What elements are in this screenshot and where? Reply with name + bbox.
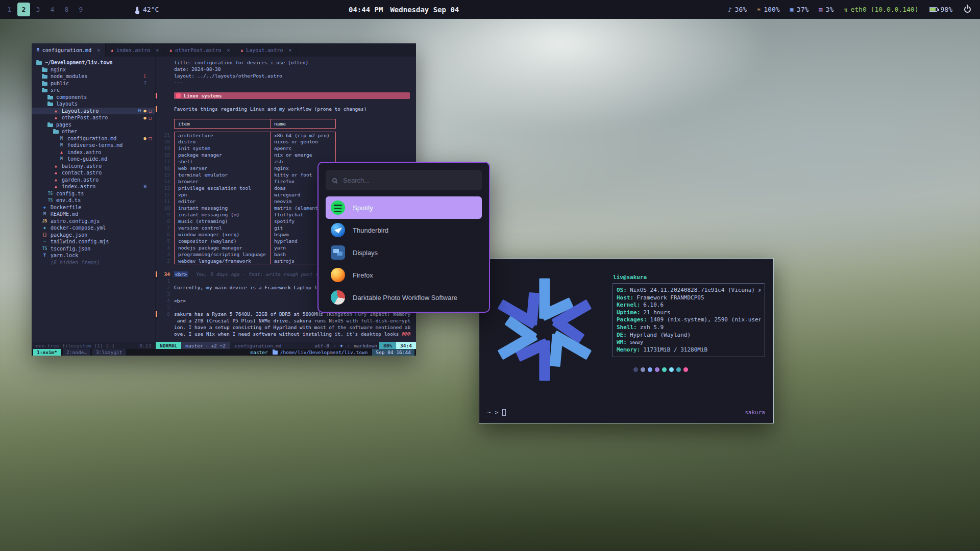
tree-item[interactable]: ◆ Dockerfile [32, 204, 155, 211]
tree-item[interactable]: ~/Development/liv.town [32, 59, 155, 66]
info-value: sway [630, 339, 644, 346]
app-item[interactable]: Thunderbird [326, 219, 482, 241]
tree-item-icon: ▲ [58, 149, 65, 156]
editor-tab[interactable]: ▲ Layout.astro × [235, 43, 297, 57]
workspace-switcher: 1 2 3 4 8 9 [3, 3, 87, 16]
info-value: Framework FRANMDCP05 [636, 294, 704, 302]
tree-item[interactable]: ▲ Layout.astro H ● □ [32, 108, 155, 115]
table-cell-item: window manager (xorg) [175, 231, 271, 238]
tmux-window[interactable]: 1:nvim* [33, 349, 61, 356]
tmux-path: /home/liv/Development/liv.town [273, 349, 368, 355]
tree-item-label: public [51, 81, 69, 86]
tmux-window[interactable]: 3:lazygit [92, 349, 126, 356]
tree-item[interactable]: Y yarn.lock [32, 252, 155, 259]
palette-dot [676, 367, 681, 372]
workspace-button[interactable]: 1 [3, 3, 16, 16]
tree-item[interactable]: TS env.d.ts [32, 197, 155, 204]
tree-item[interactable]: ▲ index.astro H [32, 183, 155, 190]
tree-item[interactable]: public ? [32, 80, 155, 87]
info-row: Memory: 11731MiB / 31280MiB [617, 346, 761, 354]
status-module[interactable]: ☀ 100% [757, 6, 780, 13]
tree-item[interactable]: ~ tailwind.config.mjs [32, 238, 155, 245]
tree-item[interactable]: TS config.ts [32, 190, 155, 197]
tree-item[interactable]: ▲ otherPost.astro ● □ [32, 114, 155, 121]
tmux-branch: master [250, 349, 267, 355]
tree-item[interactable]: layouts [32, 101, 155, 108]
tree-item[interactable]: JS astro.config.mjs [32, 218, 155, 225]
workspace-button[interactable]: 4 [46, 3, 59, 16]
tree-item[interactable]: (6 hidden items) [32, 259, 155, 266]
workspace-button[interactable]: 9 [75, 3, 87, 16]
shell-prompt[interactable]: ~ > sakura [487, 409, 765, 416]
app-item[interactable]: Firefox [326, 264, 482, 286]
tree-item[interactable]: other [32, 128, 155, 135]
filetype-icon: ▲ [111, 48, 113, 53]
power-button[interactable] [959, 0, 976, 19]
tree-item[interactable]: ▲ garden.astro [32, 177, 155, 184]
tree-item[interactable]: nginx [32, 66, 155, 73]
branch-name: master [185, 343, 203, 348]
tree-item-icon: TS [47, 197, 54, 204]
tree-item-icon [53, 128, 59, 135]
info-label: Shell: [617, 324, 637, 332]
app-label: Firefox [353, 271, 373, 279]
status-module[interactable]: ▤ 3% [819, 6, 834, 13]
color-palette [633, 367, 765, 372]
app-item[interactable]: Displays [326, 241, 482, 264]
tree-item[interactable]: M README.md [32, 211, 155, 218]
tree-item[interactable]: ◆ docker-compose.yml [32, 224, 155, 232]
tree-item[interactable]: {} package.json [32, 232, 155, 239]
editor-tab[interactable]: M configuration.md × [32, 43, 106, 57]
workspace-button[interactable]: 8 [60, 3, 73, 16]
table-cell-name: nix or emerge [271, 152, 335, 158]
change-sign [156, 106, 159, 112]
tree-item[interactable]: ▲ contact.astro [32, 169, 155, 177]
tree-item[interactable]: M fediverse-terms.md [32, 142, 155, 149]
status-module[interactable]: ⇅ eth0 (10.0.0.140) [844, 6, 918, 13]
search-input[interactable] [342, 176, 475, 185]
editor-tab[interactable]: ▲ otherPost.astro × [164, 43, 235, 57]
modified-badge: ● [143, 115, 146, 120]
app-item[interactable]: Darktable Photo Workflow Software [326, 286, 482, 309]
app-item[interactable]: Spotify [326, 196, 482, 219]
status-row: neo-tree filesystem [1] [-] 8:13 NORMAL … [32, 342, 416, 349]
tree-item[interactable]: ▲ balcony.astro [32, 163, 155, 170]
temperature-module[interactable]: 42°C [136, 6, 159, 13]
tree-item[interactable]: src [32, 87, 155, 94]
workspace-button[interactable]: 2 [17, 3, 30, 16]
status-module[interactable]: 98% [929, 6, 952, 13]
close-icon[interactable]: × [227, 47, 230, 53]
filetype-icon: M [37, 48, 39, 53]
app-icon [331, 201, 345, 215]
tree-item[interactable]: node_modules E [32, 73, 155, 80]
tree-item[interactable]: M tone-guide.md [32, 156, 155, 163]
tree-item[interactable]: M configuration.md ● □ [32, 135, 155, 142]
app-launcher[interactable]: Spotify Thunderbird Displays Firefox Dar… [317, 162, 490, 313]
table-cell-item: architecture [175, 132, 271, 138]
editor-tabline: M configuration.md × ▲ index.astro × ▲ o… [32, 43, 416, 57]
table-row: 19 init system openrc [156, 145, 416, 152]
close-icon[interactable]: × [289, 47, 292, 53]
tree-item-label: balcony.astro [62, 163, 102, 169]
tree-item-label: src [51, 87, 60, 93]
status-module[interactable]: ▣ 37% [790, 6, 809, 13]
tmux-window[interactable]: 2:node… [63, 349, 90, 356]
heading-line: Linux systems [156, 92, 416, 99]
git-badge: □ [149, 108, 152, 113]
clock[interactable]: 04:44 PM Wednesday Sep 04 [349, 0, 459, 19]
thermometer-icon [136, 7, 138, 13]
editor-tab[interactable]: ▲ index.astro × [106, 43, 164, 57]
frontmatter-block: title: configuration for devices i use (… [156, 59, 416, 86]
blank-line [156, 112, 416, 119]
workspace-button[interactable]: 3 [32, 3, 44, 16]
tree-item[interactable]: components [32, 94, 155, 101]
close-icon[interactable]: × [156, 47, 159, 53]
status-module[interactable]: ♪ 36% [728, 6, 747, 13]
info-label: Memory: [617, 346, 640, 354]
tree-item[interactable]: pages [32, 121, 155, 129]
terminal-window[interactable]: liv@sakura OS: NixOS 24.11.20240828.71e9… [479, 258, 774, 423]
tree-item[interactable]: ▲ index.astro [32, 149, 155, 156]
tab-label: Layout.astro [246, 47, 283, 53]
close-icon[interactable]: × [97, 47, 100, 53]
tree-item[interactable]: TS tsconfig.json [32, 245, 155, 253]
